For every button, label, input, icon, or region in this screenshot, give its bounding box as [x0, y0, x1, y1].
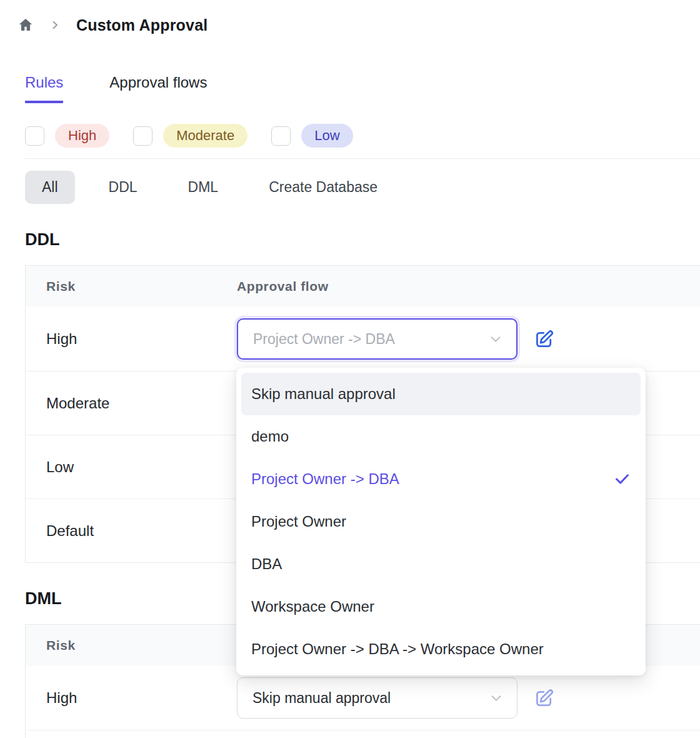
- check-icon: [614, 471, 631, 488]
- option-label: Project Owner -> DBA: [251, 470, 399, 488]
- tab-rules[interactable]: Rules: [25, 74, 63, 103]
- risk-filter-low: Low: [271, 124, 352, 148]
- edit-flow-button[interactable]: [530, 684, 558, 712]
- risk-label: High: [26, 689, 237, 707]
- dropdown-option-workspace-owner[interactable]: Workspace Owner: [241, 585, 641, 628]
- edit-flow-button[interactable]: [530, 325, 558, 353]
- option-label: Project Owner -> DBA -> Workspace Owner: [251, 640, 544, 658]
- option-label: Workspace Owner: [251, 598, 374, 615]
- risk-filter-moderate: Moderate: [133, 124, 248, 148]
- option-label: Project Owner: [251, 513, 346, 530]
- dropdown-option-skip-manual-approval[interactable]: Skip manual approval: [241, 373, 641, 415]
- dropdown-option-dba[interactable]: DBA: [241, 543, 641, 585]
- chevron-down-icon: [489, 691, 503, 705]
- table-row-dml-high: High Skip manual approval: [26, 666, 700, 730]
- risk-label: Moderate: [26, 395, 237, 412]
- option-label: Skip manual approval: [251, 385, 396, 403]
- select-value: Skip manual approval: [252, 690, 391, 707]
- high-risk-badge[interactable]: High: [55, 124, 109, 148]
- dropdown-option-demo[interactable]: demo: [241, 415, 641, 458]
- chevron-right-icon: [50, 20, 60, 30]
- risk-label: Low: [26, 458, 237, 476]
- dropdown-option-project-owner-dba[interactable]: Project Owner -> DBA: [241, 458, 641, 500]
- tab-approval-flows[interactable]: Approval flows: [109, 74, 207, 103]
- home-icon[interactable]: [18, 17, 34, 33]
- moderate-risk-badge[interactable]: Moderate: [163, 124, 248, 148]
- low-checkbox[interactable]: [271, 126, 291, 146]
- risk-filter-high: High: [25, 124, 109, 148]
- approval-flow-cell: Skip manual approval: [237, 677, 558, 719]
- table-row-ddl-high: High Project Owner -> DBA: [26, 307, 700, 371]
- edit-square-icon: [533, 687, 555, 709]
- column-header-risk: Risk: [26, 638, 237, 653]
- page-title: Custom Approval: [76, 16, 208, 34]
- table-row-dml-next-clipped: [26, 730, 700, 738]
- approval-flow-cell: Project Owner -> DBA: [237, 318, 558, 360]
- segment-dml[interactable]: DML: [171, 171, 236, 204]
- risk-label: High: [26, 330, 237, 348]
- segment-all[interactable]: All: [25, 171, 75, 204]
- risk-label: Default: [26, 522, 237, 540]
- dml-high-flow-select[interactable]: Skip manual approval: [237, 677, 518, 719]
- option-label: DBA: [251, 555, 282, 573]
- dropdown-option-project-owner[interactable]: Project Owner: [241, 500, 641, 543]
- ddl-table-header: Risk Approval flow: [26, 266, 700, 307]
- tab-bar: Rules Approval flows: [25, 74, 700, 103]
- low-risk-badge[interactable]: Low: [301, 124, 352, 148]
- chevron-down-icon: [489, 332, 502, 346]
- horizontal-divider: [25, 158, 700, 159]
- ddl-high-flow-select[interactable]: Project Owner -> DBA: [237, 318, 518, 360]
- risk-filter-bar: High Moderate Low: [25, 124, 700, 148]
- segment-create-database[interactable]: Create Database: [252, 171, 394, 204]
- segment-ddl[interactable]: DDL: [92, 171, 154, 204]
- edit-square-icon: [533, 328, 555, 350]
- moderate-checkbox[interactable]: [133, 126, 152, 146]
- approval-flow-dropdown: Skip manual approval demo Project Owner …: [236, 368, 646, 675]
- category-segmented-control: All DDL DML Create Database: [25, 171, 700, 204]
- ddl-section-title: DDL: [25, 230, 700, 250]
- option-label: demo: [251, 428, 289, 445]
- dropdown-option-project-owner-dba-workspace-owner[interactable]: Project Owner -> DBA -> Workspace Owner: [241, 628, 641, 670]
- breadcrumb: Custom Approval: [0, 0, 700, 34]
- column-header-risk: Risk: [26, 279, 237, 294]
- column-header-approval-flow: Approval flow: [237, 279, 329, 294]
- select-value: Project Owner -> DBA: [253, 331, 395, 348]
- high-checkbox[interactable]: [25, 126, 44, 146]
